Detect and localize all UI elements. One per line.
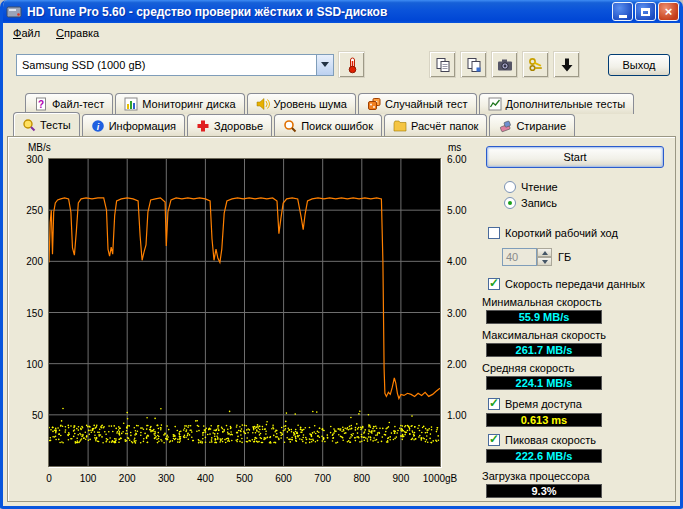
transfer-speed-label: Скорость передачи данных [505,278,645,290]
tab-label: Мониторинг диска [142,98,235,110]
x-axis-tick-label: 300 [158,473,175,484]
screenshot-button[interactable] [491,51,518,78]
tab-error-scan[interactable]: Поиск ошибок [274,114,382,136]
thermometer-icon [343,56,361,74]
file-test-icon: ? [34,97,48,111]
read-radio-circle [504,181,516,193]
title-bar: HD Tune Pro 5.60 - средство проверки жёс… [0,0,683,23]
x-axis-tick-label: 500 [236,473,253,484]
access-time-checkbox-box [488,398,500,410]
control-panel: Start Чтение Запись Короткий рабочий ход… [476,137,673,501]
menu-file[interactable]: Файл [5,25,48,41]
arrow-up-icon [542,248,548,255]
minimize-button[interactable] [612,2,633,21]
tab-label: Информация [109,120,176,132]
close-button[interactable]: × [658,2,679,21]
maximize-button[interactable] [635,2,656,21]
info-icon: i [91,119,105,133]
tab-row-lower: Тесты i Информация Здоровье Поиск ошибок [3,114,680,136]
cpu-usage-label: Загрузка процессора [482,470,590,482]
tab-page-tests: MB/s ms 300250200150100506.005.004.003.0… [7,136,676,502]
start-button[interactable]: Start [486,146,664,168]
drive-select[interactable]: Samsung SSD (1000 gB) [16,54,334,76]
short-stroke-label: Короткий рабочий ход [505,227,618,239]
short-stroke-unit-label: ГБ [558,251,571,263]
security-erase-button[interactable] [522,51,549,78]
y-left-tick-label: 250 [26,205,43,216]
dice-icon [367,97,381,111]
tab-tests[interactable]: Тесты [13,112,80,136]
tab-label: Поиск ошибок [301,120,373,132]
tab-erase[interactable]: Стирание [489,114,575,136]
y-left-tick-label: 50 [32,409,43,420]
x-axis-tick-label: 0 [46,473,52,484]
x-axis-tick-label: 200 [119,473,136,484]
y-right-tick-label: 5.00 [447,205,466,216]
short-stroke-spinner [537,248,552,266]
copy-results-button[interactable] [460,51,487,78]
menu-help[interactable]: Справка [48,25,107,41]
tab-information[interactable]: i Информация [82,114,185,136]
tab-folder-usage[interactable]: Расчёт папок [384,114,487,136]
tab-label: Случайный тест [385,98,468,110]
y-right-tick-label: 6.00 [447,154,466,165]
tab-file-test[interactable]: ? Файл-тест [25,93,113,114]
tab-extra-tests[interactable]: Дополнительные тесты [479,93,635,114]
max-speed-label: Максимальная скорость [482,329,606,341]
save-results-button[interactable] [553,51,580,78]
transfer-speed-checkbox-box [488,278,500,290]
tab-label: Тесты [40,119,71,131]
transfer-speed-checkbox[interactable]: Скорость передачи данных [488,278,645,290]
app-window: HD Tune Pro 5.60 - средство проверки жёс… [0,0,683,509]
download-arrow-icon [559,57,575,73]
burst-speed-checkbox[interactable]: Пиковая скорость [488,434,596,446]
y-left-tick-label: 100 [26,358,43,369]
tab-random-test[interactable]: Случайный тест [358,93,477,114]
maximize-icon [641,8,650,16]
read-radio[interactable]: Чтение [504,181,558,193]
x-axis-tick-label: 400 [197,473,214,484]
write-radio[interactable]: Запись [504,197,557,209]
temperature-button[interactable] [338,51,365,78]
max-speed-value: 261.7 MB/s [486,343,602,357]
short-stroke-checkbox[interactable]: Короткий рабочий ход [488,227,618,239]
toolbar: Samsung SSD (1000 gB) [3,42,680,87]
exit-button-label: Выход [623,59,656,71]
access-time-checkbox[interactable]: Время доступа [488,398,582,410]
line-chart-icon [488,97,502,111]
y-left-tick-label: 200 [26,256,43,267]
svg-text:?: ? [38,99,44,110]
write-radio-circle [504,197,516,209]
tab-row-upper: ? Файл-тест Мониторинг диска Уровень шум… [3,93,680,114]
y-right-tick-label: 1.00 [447,409,466,420]
exit-button[interactable]: Выход [608,54,670,76]
copy-button[interactable] [429,51,456,78]
speaker-icon [256,97,270,111]
drive-select-dropdown-button[interactable] [316,55,333,75]
close-icon: × [665,5,673,18]
y-right-unit-label: ms [448,142,461,153]
access-time-value: 0.613 ms [486,413,602,427]
tab-noise-level[interactable]: Уровень шума [247,93,356,114]
spinner-down-button[interactable] [537,257,552,266]
tab-label: Расчёт папок [411,120,478,132]
avg-speed-value: 224.1 MB/s [486,376,602,390]
plot-area [48,158,441,467]
min-speed-value: 55.9 MB/s [486,310,602,324]
folder-icon [393,119,407,133]
short-stroke-size-input[interactable]: 40 [502,248,537,266]
burst-speed-checkbox-box [488,434,500,446]
tab-health[interactable]: Здоровье [187,114,272,136]
arrow-down-icon [542,260,548,267]
copy-text-icon [466,57,482,73]
tab-label: Здоровье [214,120,263,132]
y-left-unit-label: MB/s [28,142,51,153]
spinner-up-button[interactable] [537,248,552,257]
eraser-icon [498,119,512,133]
y-right-tick-label: 3.00 [447,307,466,318]
minimize-icon [619,15,627,18]
tab-label: Файл-тест [52,98,104,110]
tab-label: Уровень шума [274,98,347,110]
tab-disk-monitor[interactable]: Мониторинг диска [115,93,244,114]
camera-icon [497,57,513,73]
